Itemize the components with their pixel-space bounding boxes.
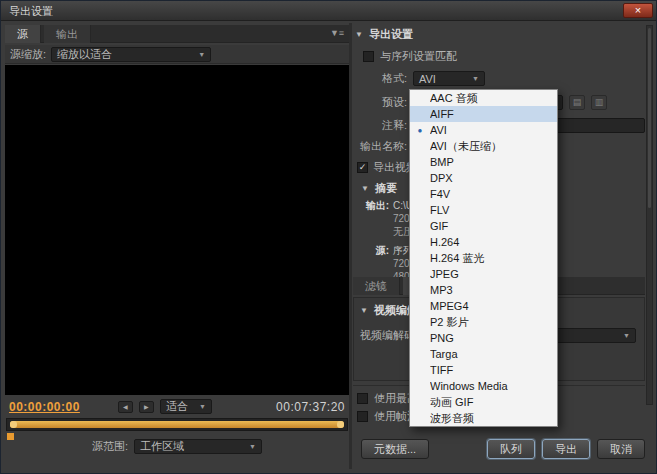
export-settings-dialog: 导出设置 × 源 输出 ▼≡ 源缩放: 缩放以适合 ▼ 00:00:00:00 — [0, 0, 657, 474]
format-option-label: AVI（未压缩） — [430, 139, 557, 154]
source-range-value: 工作区域 — [140, 439, 184, 454]
format-option-20[interactable]: 波形音频 — [410, 410, 557, 426]
panel-menu-icon[interactable]: ▼≡ — [327, 28, 347, 38]
tab-source-label: 源 — [17, 28, 28, 40]
format-option-label: H.264 — [430, 236, 557, 248]
format-option-15[interactable]: PNG — [410, 330, 557, 346]
format-value: AVI — [419, 73, 436, 85]
export-video-checkbox[interactable]: ✓ — [357, 162, 368, 173]
format-option-label: DPX — [430, 172, 557, 184]
source-scale-value: 缩放以适合 — [57, 47, 112, 62]
set-in-point-icon[interactable]: ◀ — [118, 401, 133, 413]
chevron-down-icon: ▼ — [472, 75, 479, 82]
format-option-5[interactable]: DPX — [410, 170, 557, 186]
frame-blend-checkbox[interactable] — [357, 411, 368, 422]
format-option-12[interactable]: MP3 — [410, 282, 557, 298]
format-option-2[interactable]: ●AVI — [410, 122, 557, 138]
dialog-buttons: 元数据... 队列 导出 取消 — [353, 439, 645, 459]
summary-header-label: 摘要 — [375, 181, 397, 196]
format-option-19[interactable]: 动画 GIF — [410, 394, 557, 410]
queue-button[interactable]: 队列 — [487, 439, 535, 459]
out-point-handle[interactable] — [337, 421, 344, 428]
chevron-down-icon: ▼ — [198, 51, 205, 58]
preset-label: 预设: — [355, 95, 407, 110]
format-option-11[interactable]: JPEG — [410, 266, 557, 282]
format-option-label: P2 影片 — [430, 315, 557, 330]
export-button[interactable]: 导出 — [542, 439, 590, 459]
metadata-button[interactable]: 元数据... — [361, 439, 429, 459]
format-option-7[interactable]: FLV — [410, 202, 557, 218]
format-option-label: FLV — [430, 204, 557, 216]
format-dropdown: AAC 音频AIFF●AVIAVI（未压缩）BMPDPXF4VFLVGIFH.2… — [409, 89, 558, 427]
disclosure-triangle-icon: ▼ — [355, 30, 363, 39]
format-option-8[interactable]: GIF — [410, 218, 557, 234]
tab-filters-label: 滤镜 — [365, 280, 387, 292]
selected-radio-icon: ● — [410, 126, 430, 135]
format-option-label: AIFF — [430, 108, 557, 120]
chevron-down-icon: ▼ — [623, 332, 630, 339]
max-quality-checkbox[interactable] — [357, 393, 368, 404]
format-select[interactable]: AVI ▼ — [413, 71, 485, 86]
tab-filters[interactable]: 滤镜 — [353, 277, 400, 295]
panel-scrollbar[interactable] — [646, 25, 653, 405]
format-option-0[interactable]: AAC 音频 — [410, 90, 557, 106]
title-bar[interactable]: 导出设置 × — [1, 1, 656, 21]
in-point-handle[interactable] — [10, 421, 17, 428]
tab-source[interactable]: 源 — [5, 25, 41, 43]
dialog-title: 导出设置 — [9, 4, 53, 19]
chevron-down-icon: ▼ — [249, 443, 256, 450]
format-option-9[interactable]: H.264 — [410, 234, 557, 250]
source-scale-row: 源缩放: 缩放以适合 ▼ — [5, 45, 349, 64]
match-sequence-row: 与序列设置匹配 — [363, 49, 457, 64]
output-name-label: 输出名称: — [355, 139, 407, 154]
disclosure-triangle-icon: ▼ — [360, 306, 368, 315]
format-option-10[interactable]: H.264 蓝光 — [410, 250, 557, 266]
total-timecode: 00:07:37:20 — [276, 400, 345, 414]
scrollbar-thumb[interactable] — [648, 28, 651, 208]
work-area-timeline[interactable] — [6, 418, 348, 431]
close-icon: × — [635, 4, 641, 16]
delete-preset-icon[interactable]: ▥ — [591, 95, 607, 110]
format-option-18[interactable]: Windows Media — [410, 378, 557, 394]
format-option-6[interactable]: F4V — [410, 186, 557, 202]
format-option-label: TIFF — [430, 364, 557, 376]
format-option-label: 动画 GIF — [430, 395, 557, 410]
transport-controls: 00:00:00:00 ◀ ▶ 适合 ▼ 00:07:37:20 — [9, 398, 345, 415]
format-option-label: H.264 蓝光 — [430, 251, 557, 266]
format-option-17[interactable]: TIFF — [410, 362, 557, 378]
match-sequence-checkbox[interactable] — [363, 51, 374, 62]
tab-output[interactable]: 输出 — [44, 25, 91, 43]
preview-panel: 源 输出 ▼≡ 源缩放: 缩放以适合 ▼ 00:00:00:00 ◀ ▶ 适合 … — [5, 25, 349, 469]
primary-buttons: 队列 导出 取消 — [487, 439, 645, 459]
format-option-label: AVI — [430, 124, 557, 136]
export-settings-header-label: 导出设置 — [369, 27, 413, 42]
format-option-4[interactable]: BMP — [410, 154, 557, 170]
zoom-level-select[interactable]: 适合 ▼ — [160, 399, 212, 414]
save-preset-icon[interactable]: ▤ — [569, 95, 585, 110]
cancel-button[interactable]: 取消 — [597, 439, 645, 459]
format-label: 格式: — [355, 71, 407, 86]
format-option-3[interactable]: AVI（未压缩） — [410, 138, 557, 154]
source-output-tabbar: 源 输出 ▼≡ — [5, 25, 349, 43]
export-video-group: ✓ 导出视频 — [357, 160, 417, 175]
summary-header[interactable]: ▼ 摘要 — [361, 181, 397, 196]
disclosure-triangle-icon: ▼ — [361, 184, 369, 193]
format-option-label: MPEG4 — [430, 300, 557, 312]
match-sequence-label: 与序列设置匹配 — [380, 49, 457, 64]
set-out-point-icon[interactable]: ▶ — [139, 401, 154, 413]
export-settings-header[interactable]: ▼ 导出设置 — [355, 27, 413, 42]
work-area-bar[interactable] — [10, 421, 344, 428]
current-timecode[interactable]: 00:00:00:00 — [9, 400, 80, 414]
format-option-13[interactable]: MPEG4 — [410, 298, 557, 314]
format-option-1[interactable]: AIFF — [410, 106, 557, 122]
format-option-label: JPEG — [430, 268, 557, 280]
format-option-label: Windows Media — [430, 380, 557, 392]
zoom-level-value: 适合 — [166, 399, 188, 414]
format-option-16[interactable]: Targa — [410, 346, 557, 362]
source-range-select[interactable]: 工作区域 ▼ — [134, 439, 262, 454]
close-button[interactable]: × — [623, 3, 653, 18]
format-option-14[interactable]: P2 影片 — [410, 314, 557, 330]
source-scale-select[interactable]: 缩放以适合 ▼ — [51, 47, 211, 62]
format-option-label: BMP — [430, 156, 557, 168]
video-preview — [5, 65, 349, 395]
